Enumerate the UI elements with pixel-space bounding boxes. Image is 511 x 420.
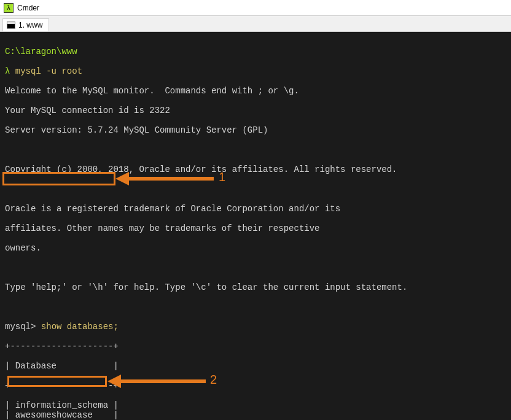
conn-id-line: Your MySQL connection id is 2322	[5, 106, 506, 115]
app-icon: λ	[4, 3, 14, 13]
arrow-1	[115, 174, 214, 183]
help-hint-line: Type 'help;' or '\h' for help. Type '\c'…	[5, 282, 506, 292]
database-row: | information_schema |	[5, 400, 506, 410]
app-title: Cmder	[17, 4, 39, 12]
cmd-icon	[7, 21, 15, 29]
copyright-line: Copyright (c) 2000, 2018, Oracle and/or …	[5, 165, 506, 174]
trademark-line-3: owners.	[5, 243, 506, 253]
cmd-show-databases: show databases;	[36, 322, 118, 332]
cmd-mysql: mysql -u root	[15, 66, 82, 76]
table-header: | Database |	[5, 361, 506, 371]
mysql-prompt: mysql>	[5, 322, 36, 332]
tab-label: 1. www	[18, 21, 42, 29]
tab-bar: 1. www	[0, 16, 511, 32]
database-row: | awesomeshowcase |	[5, 410, 506, 420]
trademark-line-1: Oracle is a registered trademark of Orac…	[5, 204, 506, 214]
cwd-path: C:\laragon\www	[5, 47, 77, 56]
table-border-mid: +--------------------+	[5, 381, 506, 391]
prompt-symbol: λ	[5, 66, 10, 76]
server-ver-line: Server version: 5.7.24 MySQL Community S…	[5, 125, 506, 135]
trademark-line-2: affiliates. Other names may be trademark…	[5, 224, 506, 233]
tab-www[interactable]: 1. www	[2, 18, 49, 31]
window-titlebar[interactable]: λ Cmder	[0, 0, 511, 16]
welcome-line: Welcome to the MySQL monitor. Commands e…	[5, 86, 506, 96]
table-border-top: +--------------------+	[5, 341, 506, 351]
terminal-viewport[interactable]: C:\laragon\www λ mysql -u root Welcome t…	[0, 32, 511, 420]
